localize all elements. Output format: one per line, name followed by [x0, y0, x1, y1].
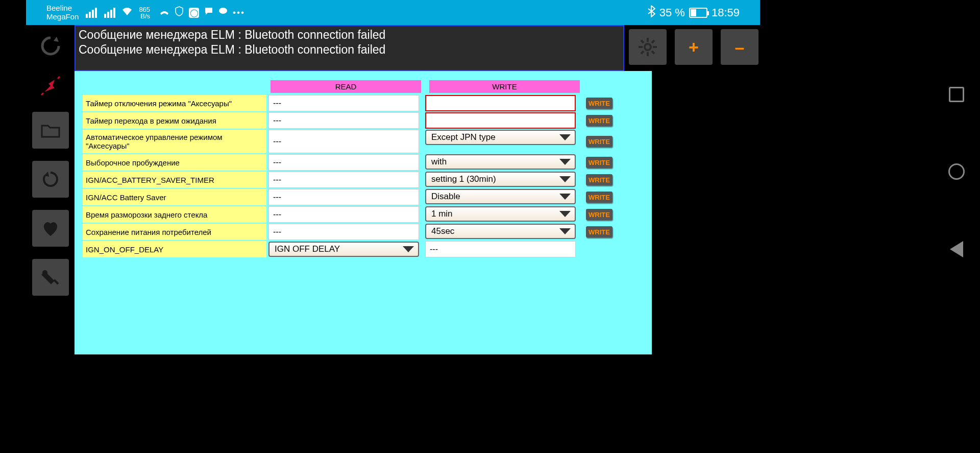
- log-panel[interactable]: Сообщение менеджера ELM : Bluetooth conn…: [75, 25, 624, 71]
- param-label: IGN/ACC Battery Saver: [83, 189, 266, 205]
- data-rate: 865 B/s: [139, 6, 150, 19]
- data-rate-num: 865: [139, 6, 150, 13]
- read-value: ---: [268, 189, 419, 205]
- wifi-icon: [121, 7, 133, 18]
- connection-icon[interactable]: [37, 72, 64, 100]
- read-dropdown[interactable]: IGN OFF DELAY: [268, 242, 419, 257]
- chevron-down-icon: [559, 159, 571, 165]
- param-row: Автоматическое управление режимом "Аксес…: [83, 130, 644, 153]
- param-row: IGN/ACC Battery Saver---DisableWRITE: [83, 189, 644, 205]
- param-label: Сохранение питания потребителей: [83, 224, 266, 240]
- param-row: Сохранение питания потребителей---45secW…: [83, 224, 644, 240]
- param-row: Выборочное пробуждение---withWRITE: [83, 154, 644, 171]
- left-sidebar: [26, 25, 75, 453]
- shield-icon: [175, 6, 184, 19]
- chevron-down-icon: [559, 228, 571, 234]
- param-label: Автоматическое управление режимом "Аксес…: [83, 130, 266, 153]
- back-button[interactable]: [950, 241, 963, 257]
- carrier-names: Beeline MegaFon: [46, 4, 79, 21]
- missed-call-icon: [159, 7, 169, 18]
- param-row: Таймер отключения режима "Аксесуары"---W…: [83, 95, 644, 111]
- signal-icon: [86, 8, 97, 18]
- write-button[interactable]: WRITE: [586, 174, 612, 185]
- folder-button[interactable]: [32, 112, 69, 149]
- more-icon: •••: [233, 8, 245, 18]
- param-label: Таймер перехода в режим ожидания: [83, 112, 266, 129]
- write-button[interactable]: WRITE: [586, 136, 612, 147]
- read-value: ---: [268, 112, 419, 129]
- status-left: Beeline MegaFon 865 B/s ◯: [26, 4, 245, 21]
- write-button[interactable]: WRITE: [586, 115, 612, 126]
- param-label: Выборочное пробуждение: [83, 154, 266, 171]
- chevron-down-icon: [559, 211, 571, 217]
- data-rate-unit: B/s: [139, 13, 150, 19]
- chevron-down-icon: [403, 246, 414, 252]
- status-right: 35 % 18:59: [647, 5, 760, 20]
- chat-icon: ◯: [189, 8, 199, 18]
- param-label: Таймер отключения режима "Аксесуары": [83, 95, 266, 111]
- top-right-controls: + –: [629, 29, 758, 65]
- refresh-button[interactable]: [32, 161, 69, 198]
- param-row: Время разморозки заднего стекла---1 minW…: [83, 206, 644, 223]
- status-bar: Beeline MegaFon 865 B/s ◯: [26, 0, 760, 25]
- param-label: Время разморозки заднего стекла: [83, 206, 266, 223]
- chevron-down-icon: [559, 176, 571, 182]
- carrier-1: Beeline: [46, 4, 79, 13]
- write-dropdown[interactable]: 45sec: [425, 224, 576, 239]
- log-line-1: Сообщение менеджера ELM : Bluetooth conn…: [79, 28, 620, 42]
- signal-icon-2: [104, 8, 115, 18]
- svg-point-1: [42, 270, 47, 275]
- table-header: READ WRITE: [83, 80, 644, 93]
- write-dropdown[interactable]: Except JPN type: [425, 130, 576, 145]
- param-row: IGN/ACC_BATTERY_SAVER_TIMER---setting 1 …: [83, 172, 644, 188]
- sync-icon[interactable]: [37, 32, 64, 60]
- clock-time: 18:59: [712, 6, 740, 19]
- svg-line-7: [641, 40, 644, 43]
- write-dropdown[interactable]: with: [425, 154, 576, 170]
- home-button[interactable]: [948, 163, 965, 180]
- write-dropdown[interactable]: setting 1 (30min): [425, 172, 576, 187]
- bubble-icon: [218, 7, 228, 18]
- android-nav: [948, 87, 965, 257]
- status-icons: ◯ •••: [159, 6, 245, 19]
- read-value: ---: [268, 206, 419, 223]
- write-input[interactable]: [425, 95, 576, 111]
- param-row: Таймер перехода в режим ожидания---WRITE: [83, 112, 644, 129]
- params-panel: READ WRITE Таймер отключения режима "Акс…: [75, 71, 652, 354]
- gear-button[interactable]: [629, 29, 667, 65]
- read-value: ---: [268, 95, 419, 111]
- plus-button[interactable]: +: [675, 29, 713, 65]
- battery-icon: [689, 8, 707, 18]
- log-line-2: Сообщение менеджера ELM : Bluetooth conn…: [79, 42, 620, 57]
- battery-percent: 35 %: [659, 6, 685, 19]
- recent-apps-button[interactable]: [949, 87, 964, 102]
- write-dropdown[interactable]: Disable: [425, 189, 576, 204]
- param-label: IGN/ACC_BATTERY_SAVER_TIMER: [83, 172, 266, 188]
- read-value: ---: [268, 172, 419, 188]
- write-value: ---: [425, 241, 576, 257]
- minus-button[interactable]: –: [721, 29, 758, 65]
- param-label: IGN_ON_OFF_DELAY: [83, 241, 266, 257]
- header-read: READ: [271, 80, 421, 93]
- write-button[interactable]: WRITE: [586, 157, 612, 168]
- svg-line-8: [652, 51, 654, 54]
- chevron-down-icon: [559, 134, 571, 140]
- write-button[interactable]: WRITE: [586, 209, 612, 220]
- read-value: ---: [268, 154, 419, 171]
- svg-line-10: [641, 51, 644, 54]
- speech-icon: [204, 7, 213, 18]
- write-input[interactable]: [425, 112, 576, 129]
- write-button[interactable]: WRITE: [586, 226, 612, 237]
- chevron-down-icon: [559, 194, 571, 200]
- svg-point-2: [645, 44, 651, 50]
- param-row: IGN_ON_OFF_DELAYIGN OFF DELAY---: [83, 241, 644, 257]
- write-button[interactable]: WRITE: [586, 192, 612, 203]
- write-button[interactable]: WRITE: [586, 98, 612, 109]
- read-value: ---: [268, 224, 419, 240]
- settings-button[interactable]: [32, 259, 69, 296]
- favorite-button[interactable]: [32, 210, 69, 247]
- header-write: WRITE: [429, 80, 580, 93]
- write-dropdown[interactable]: 1 min: [425, 206, 576, 222]
- svg-line-9: [652, 40, 654, 43]
- svg-point-0: [219, 8, 227, 14]
